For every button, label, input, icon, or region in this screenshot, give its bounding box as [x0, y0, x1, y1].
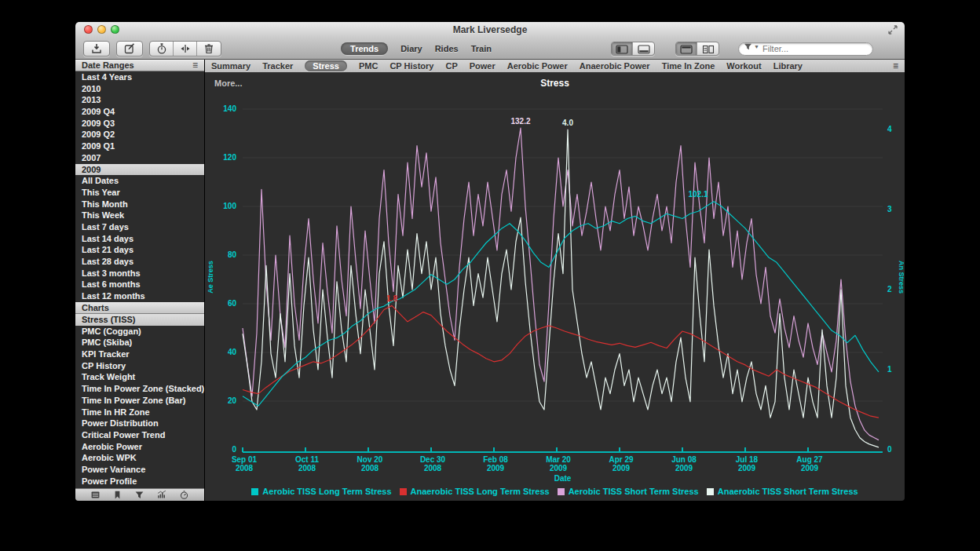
series-aerobic-tiss-short-term-stress: [243, 128, 879, 440]
svg-text:20: 20: [228, 396, 237, 405]
toggle-interval-button[interactable]: [150, 42, 174, 56]
svg-text:Apr 29: Apr 29: [609, 455, 634, 464]
tab-aerobic-power[interactable]: Aerobic Power: [507, 61, 568, 71]
gauge-icon[interactable]: [179, 490, 189, 500]
date-range-2009-q2[interactable]: 2009 Q2: [75, 129, 204, 140]
svg-text:Sep 01: Sep 01: [232, 455, 258, 464]
date-ranges-menu-icon[interactable]: ≡: [192, 60, 198, 71]
filter-funnel-icon[interactable]: ▼: [744, 42, 759, 51]
chart-item-pmc-coggan[interactable]: PMC (Coggan): [75, 326, 204, 338]
chart-item-critical-power-trend[interactable]: Critical Power Trend: [75, 429, 204, 441]
date-range-2007[interactable]: 2007: [75, 152, 204, 164]
date-range-this-month[interactable]: This Month: [75, 199, 204, 210]
chart-item-power-distribution[interactable]: Power Distribution: [75, 418, 204, 429]
svg-text:3: 3: [887, 205, 892, 213]
tab-summary[interactable]: Summary: [211, 61, 250, 71]
chart-tabbar: SummaryTrackerStressPMCCP HistoryCPPower…: [205, 60, 905, 73]
svg-text:Nov 20: Nov 20: [357, 455, 383, 464]
charts-bars-icon[interactable]: [156, 490, 167, 500]
chart-item-power-variance[interactable]: Power Variance: [75, 464, 204, 476]
chart-item-aerobic-power[interactable]: Aerobic Power: [75, 441, 204, 453]
date-range-last-7-days[interactable]: Last 7 days: [75, 221, 204, 233]
tab-library[interactable]: Library: [773, 61, 803, 71]
tab-cp[interactable]: CP: [445, 61, 457, 71]
svg-text:2: 2: [887, 285, 892, 294]
chart-item-time-in-hr-zone[interactable]: Time In HR Zone: [75, 407, 204, 418]
date-range-2009[interactable]: 2009: [75, 164, 204, 176]
chart-item-aerobic-wpk[interactable]: Aerobic WPK: [75, 452, 204, 464]
svg-text:Dec 30: Dec 30: [420, 455, 446, 464]
manual-entry-button[interactable]: [116, 41, 143, 57]
tab-pmc[interactable]: PMC: [359, 61, 378, 71]
date-range-this-year[interactable]: This Year: [75, 187, 204, 199]
single-view-button[interactable]: [676, 42, 697, 56]
toggle-sidebar-button[interactable]: [612, 42, 633, 56]
chart-menu-icon[interactable]: ≡: [893, 60, 898, 71]
svg-text:2009: 2009: [675, 464, 693, 473]
svg-text:2009: 2009: [550, 464, 568, 473]
chart-item-track-weight[interactable]: Track Weight: [75, 371, 204, 383]
toolbar: TrendsDiaryRidesTrain: [75, 38, 905, 60]
activity-actions-group: [149, 41, 221, 57]
date-range-2009-q4[interactable]: 2009 Q4: [75, 106, 204, 118]
toggle-bottombar-button[interactable]: [633, 42, 654, 56]
view-rides[interactable]: Rides: [435, 44, 459, 53]
chart-item-stress-tiss[interactable]: Stress (TISS): [75, 314, 204, 326]
chart-item-time-in-power-zone-stacked[interactable]: Time In Power Zone (Stacked): [75, 383, 204, 395]
trash-icon: [203, 42, 215, 55]
svg-text:4: 4: [887, 125, 892, 133]
series-anaerobic-tiss-short-term-stress: [243, 130, 879, 447]
legend-label: Anaerobic TISS Long Term Stress: [411, 487, 550, 496]
window-title: Mark Liversedge: [75, 24, 905, 35]
date-range-last-3-months[interactable]: Last 3 months: [75, 268, 204, 279]
download-activity-button[interactable]: [83, 41, 110, 57]
date-range-last-21-days[interactable]: Last 21 days: [75, 244, 204, 256]
svg-text:2008: 2008: [298, 464, 316, 473]
tab-power[interactable]: Power: [470, 61, 495, 71]
date-range-list: Last 4 Years201020132009 Q42009 Q32009 Q…: [75, 71, 204, 302]
chart-item-time-in-power-zone-bar[interactable]: Time In Power Zone (Bar): [75, 395, 204, 407]
chart-item-power-profile[interactable]: Power Profile: [75, 476, 204, 487]
tab-time-in-zone[interactable]: Time In Zone: [662, 61, 715, 71]
view-train[interactable]: Train: [471, 44, 492, 53]
date-range-2010[interactable]: 2010: [75, 83, 204, 95]
svg-text:2009: 2009: [487, 464, 505, 473]
legend-swatch: [707, 488, 714, 495]
view-trends[interactable]: Trends: [341, 42, 388, 55]
summary-grid-icon[interactable]: [90, 490, 101, 500]
chart-legend: Aerobic TISS Long Term StressAnaerobic T…: [205, 487, 905, 496]
sidebar-panel-icon: [616, 45, 628, 54]
bookmark-icon[interactable]: [112, 490, 122, 500]
stress-chart-plot[interactable]: Sep 012008Oct 112008Nov 202008Dec 302008…: [205, 73, 904, 499]
svg-text:2009: 2009: [612, 464, 631, 473]
chart-item-kpi-tracker[interactable]: KPI Tracker: [75, 348, 204, 360]
view-diary[interactable]: Diary: [400, 44, 422, 53]
tab-cp-history[interactable]: CP History: [389, 61, 433, 71]
date-range-last-6-months[interactable]: Last 6 months: [75, 279, 204, 290]
sidebar-bottom-toolbar: [75, 488, 204, 501]
date-range-2013[interactable]: 2013: [75, 94, 204, 106]
tab-tracker[interactable]: Tracker: [262, 61, 293, 71]
date-range-all-dates[interactable]: All Dates: [75, 175, 204, 187]
date-range-last-28-days[interactable]: Last 28 days: [75, 256, 204, 268]
date-range-last-12-months[interactable]: Last 12 months: [75, 290, 204, 302]
tiled-view-button[interactable]: [697, 42, 719, 56]
date-range-2009-q3[interactable]: 2009 Q3: [75, 118, 204, 130]
date-range-this-week[interactable]: This Week: [75, 210, 204, 221]
tab-workout[interactable]: Workout: [726, 61, 761, 71]
titlebar: Mark Liversedge: [75, 22, 905, 38]
fullscreen-icon[interactable]: [887, 24, 898, 35]
tab-stress[interactable]: Stress: [305, 60, 347, 71]
point-label-1-8: 1.8: [386, 294, 397, 303]
split-activity-button[interactable]: [174, 42, 197, 56]
date-range-last-14-days[interactable]: Last 14 days: [75, 233, 204, 245]
filter-funnel-sidebar-icon[interactable]: [134, 490, 144, 500]
date-range-last-4-years[interactable]: Last 4 Years: [75, 71, 204, 83]
date-range-2009-q1[interactable]: 2009 Q1: [75, 140, 204, 152]
more-menu-button[interactable]: More...: [214, 78, 242, 88]
tab-anaerobic-power[interactable]: Anaerobic Power: [580, 61, 650, 71]
charts-header-label: Charts: [82, 303, 109, 313]
chart-item-cp-history[interactable]: CP History: [75, 360, 204, 372]
delete-activity-button[interactable]: [197, 42, 221, 56]
chart-item-pmc-skiba[interactable]: PMC (Skiba): [75, 337, 204, 348]
